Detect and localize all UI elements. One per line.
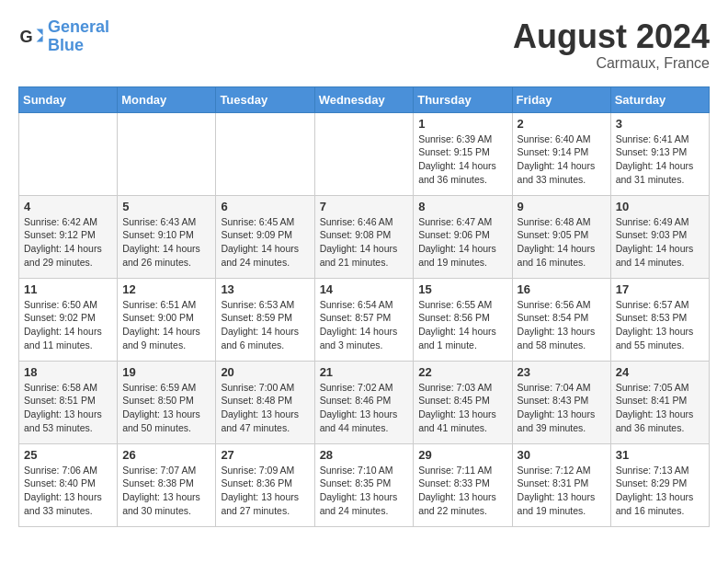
day-number: 10 — [616, 200, 704, 213]
table-row: 18Sunrise: 6:58 AM Sunset: 8:51 PM Dayli… — [19, 361, 118, 443]
day-info: Sunrise: 7:05 AM Sunset: 8:41 PM Dayligh… — [616, 381, 704, 435]
day-info: Sunrise: 7:04 AM Sunset: 8:43 PM Dayligh… — [518, 381, 606, 435]
page-header: G General Blue August 2024 Carmaux, Fran… — [18, 18, 710, 72]
table-row — [314, 112, 414, 195]
day-info: Sunrise: 7:09 AM Sunset: 8:36 PM Dayligh… — [221, 464, 309, 518]
table-row: 30Sunrise: 7:12 AM Sunset: 8:31 PM Dayli… — [512, 443, 610, 526]
day-number: 26 — [122, 448, 210, 462]
day-info: Sunrise: 6:54 AM Sunset: 8:57 PM Dayligh… — [320, 298, 409, 352]
table-row: 28Sunrise: 7:10 AM Sunset: 8:35 PM Dayli… — [314, 443, 414, 526]
title-section: August 2024 Carmaux, France — [513, 18, 710, 72]
header-wednesday: Wednesday — [314, 86, 414, 112]
day-number: 20 — [221, 365, 309, 379]
day-number: 4 — [24, 200, 112, 213]
table-row: 4Sunrise: 6:42 AM Sunset: 9:12 PM Daylig… — [19, 195, 118, 278]
day-info: Sunrise: 6:42 AM Sunset: 9:12 PM Dayligh… — [24, 215, 112, 270]
calendar-header-row: Sunday Monday Tuesday Wednesday Thursday… — [19, 86, 710, 112]
day-number: 13 — [221, 282, 309, 296]
day-info: Sunrise: 7:07 AM Sunset: 8:38 PM Dayligh… — [122, 464, 210, 518]
table-row: 29Sunrise: 7:11 AM Sunset: 8:33 PM Dayli… — [414, 443, 512, 526]
day-info: Sunrise: 6:50 AM Sunset: 9:02 PM Dayligh… — [24, 298, 112, 352]
day-info: Sunrise: 7:02 AM Sunset: 8:46 PM Dayligh… — [320, 381, 409, 435]
logo-text: General Blue — [48, 18, 109, 55]
day-info: Sunrise: 7:10 AM Sunset: 8:35 PM Dayligh… — [320, 464, 409, 518]
table-row: 26Sunrise: 7:07 AM Sunset: 8:38 PM Dayli… — [118, 443, 216, 526]
header-tuesday: Tuesday — [216, 86, 314, 112]
table-row: 27Sunrise: 7:09 AM Sunset: 8:36 PM Dayli… — [216, 443, 314, 526]
day-info: Sunrise: 6:57 AM Sunset: 8:53 PM Dayligh… — [616, 298, 704, 352]
table-row: 1Sunrise: 6:39 AM Sunset: 9:15 PM Daylig… — [414, 112, 512, 195]
day-number: 30 — [518, 448, 606, 462]
table-row: 24Sunrise: 7:05 AM Sunset: 8:41 PM Dayli… — [610, 361, 709, 443]
table-row: 12Sunrise: 6:51 AM Sunset: 9:00 PM Dayli… — [118, 278, 216, 361]
header-sunday: Sunday — [19, 86, 118, 112]
day-info: Sunrise: 7:11 AM Sunset: 8:33 PM Dayligh… — [418, 464, 506, 518]
day-info: Sunrise: 7:06 AM Sunset: 8:40 PM Dayligh… — [24, 464, 112, 518]
svg-marker-1 — [37, 29, 43, 41]
table-row: 23Sunrise: 7:04 AM Sunset: 8:43 PM Dayli… — [512, 361, 610, 443]
day-number: 7 — [320, 200, 409, 213]
day-number: 21 — [320, 365, 409, 379]
table-row: 14Sunrise: 6:54 AM Sunset: 8:57 PM Dayli… — [314, 278, 414, 361]
table-row: 7Sunrise: 6:46 AM Sunset: 9:08 PM Daylig… — [314, 195, 414, 278]
day-info: Sunrise: 6:55 AM Sunset: 8:56 PM Dayligh… — [418, 298, 506, 352]
day-info: Sunrise: 6:56 AM Sunset: 8:54 PM Dayligh… — [518, 298, 606, 352]
table-row: 22Sunrise: 7:03 AM Sunset: 8:45 PM Dayli… — [414, 361, 512, 443]
header-thursday: Thursday — [414, 86, 512, 112]
day-number: 22 — [418, 365, 506, 379]
day-info: Sunrise: 7:13 AM Sunset: 8:29 PM Dayligh… — [616, 464, 704, 518]
day-number: 27 — [221, 448, 309, 462]
calendar-week-4: 18Sunrise: 6:58 AM Sunset: 8:51 PM Dayli… — [19, 361, 710, 443]
day-info: Sunrise: 6:45 AM Sunset: 9:09 PM Dayligh… — [221, 215, 309, 270]
day-number: 6 — [221, 200, 309, 213]
month-year: August 2024 — [513, 18, 710, 55]
table-row: 17Sunrise: 6:57 AM Sunset: 8:53 PM Dayli… — [610, 278, 709, 361]
day-info: Sunrise: 6:43 AM Sunset: 9:10 PM Dayligh… — [122, 215, 210, 270]
table-row: 21Sunrise: 7:02 AM Sunset: 8:46 PM Dayli… — [314, 361, 414, 443]
day-number: 18 — [24, 365, 112, 379]
day-number: 16 — [518, 282, 606, 296]
day-info: Sunrise: 6:48 AM Sunset: 9:05 PM Dayligh… — [518, 215, 606, 270]
table-row: 31Sunrise: 7:13 AM Sunset: 8:29 PM Dayli… — [610, 443, 709, 526]
table-row: 10Sunrise: 6:49 AM Sunset: 9:03 PM Dayli… — [610, 195, 709, 278]
day-number: 1 — [418, 117, 506, 131]
day-info: Sunrise: 6:59 AM Sunset: 8:50 PM Dayligh… — [122, 381, 210, 435]
day-info: Sunrise: 6:41 AM Sunset: 9:13 PM Dayligh… — [616, 132, 704, 187]
day-info: Sunrise: 6:49 AM Sunset: 9:03 PM Dayligh… — [616, 215, 704, 270]
table-row: 11Sunrise: 6:50 AM Sunset: 9:02 PM Dayli… — [19, 278, 118, 361]
day-info: Sunrise: 6:58 AM Sunset: 8:51 PM Dayligh… — [24, 381, 112, 435]
table-row: 8Sunrise: 6:47 AM Sunset: 9:06 PM Daylig… — [414, 195, 512, 278]
table-row: 9Sunrise: 6:48 AM Sunset: 9:05 PM Daylig… — [512, 195, 610, 278]
day-info: Sunrise: 7:03 AM Sunset: 8:45 PM Dayligh… — [418, 381, 506, 435]
day-number: 2 — [518, 117, 606, 131]
calendar-table: Sunday Monday Tuesday Wednesday Thursday… — [18, 86, 710, 527]
table-row: 6Sunrise: 6:45 AM Sunset: 9:09 PM Daylig… — [216, 195, 314, 278]
header-saturday: Saturday — [610, 86, 709, 112]
day-info: Sunrise: 7:12 AM Sunset: 8:31 PM Dayligh… — [518, 464, 606, 518]
table-row: 13Sunrise: 6:53 AM Sunset: 8:59 PM Dayli… — [216, 278, 314, 361]
table-row: 20Sunrise: 7:00 AM Sunset: 8:48 PM Dayli… — [216, 361, 314, 443]
table-row: 2Sunrise: 6:40 AM Sunset: 9:14 PM Daylig… — [512, 112, 610, 195]
calendar-week-2: 4Sunrise: 6:42 AM Sunset: 9:12 PM Daylig… — [19, 195, 710, 278]
day-info: Sunrise: 6:53 AM Sunset: 8:59 PM Dayligh… — [221, 298, 309, 352]
table-row — [19, 112, 118, 195]
header-friday: Friday — [512, 86, 610, 112]
table-row: 25Sunrise: 7:06 AM Sunset: 8:40 PM Dayli… — [19, 443, 118, 526]
day-number: 12 — [122, 282, 210, 296]
day-number: 17 — [616, 282, 704, 296]
day-number: 5 — [122, 200, 210, 213]
table-row: 15Sunrise: 6:55 AM Sunset: 8:56 PM Dayli… — [414, 278, 512, 361]
table-row: 5Sunrise: 6:43 AM Sunset: 9:10 PM Daylig… — [118, 195, 216, 278]
table-row — [216, 112, 314, 195]
day-number: 11 — [24, 282, 112, 296]
day-number: 14 — [320, 282, 409, 296]
day-info: Sunrise: 7:00 AM Sunset: 8:48 PM Dayligh… — [221, 381, 309, 435]
header-monday: Monday — [118, 86, 216, 112]
day-number: 25 — [24, 448, 112, 462]
table-row — [118, 112, 216, 195]
calendar-week-3: 11Sunrise: 6:50 AM Sunset: 9:02 PM Dayli… — [19, 278, 710, 361]
day-number: 28 — [320, 448, 409, 462]
location: Carmaux, France — [513, 55, 710, 72]
table-row: 16Sunrise: 6:56 AM Sunset: 8:54 PM Dayli… — [512, 278, 610, 361]
logo: G General Blue — [18, 18, 109, 55]
